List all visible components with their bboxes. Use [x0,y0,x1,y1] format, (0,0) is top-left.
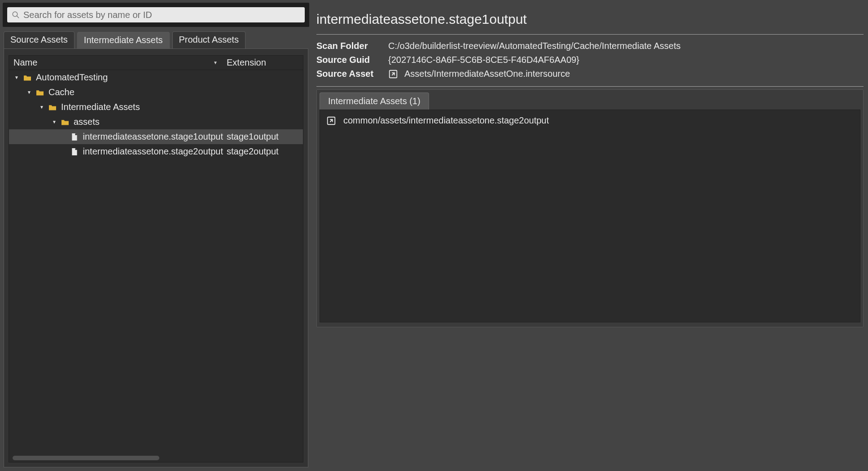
tree-row-label: AutomatedTesting [36,72,108,83]
source-asset-value[interactable]: Assets/IntermediateAssetOne.intersource [404,69,570,79]
left-tabs: Source Assets Intermediate Assets Produc… [3,31,309,48]
source-asset-label: Source Asset [316,69,388,79]
row-source-guid: Source Guid {2027146C-8A6F-5C6B-8CE5-F46… [316,55,864,65]
tree-file-row[interactable]: intermediateassetone.stage1outputstage1o… [9,129,303,144]
chevron-down-icon[interactable]: ▼ [25,90,33,95]
right-panel: intermediateassetone.stage1output Scan F… [312,0,868,471]
tree-row-extension: stage1output [223,132,303,142]
tree-pane: Name ▼ Extension ▼AutomatedTesting▼Cache… [4,48,308,467]
sort-indicator-icon: ▼ [213,60,218,65]
tree-row-label: Cache [48,87,75,97]
sub-tabs: Intermediate Assets (1) [320,92,860,110]
details-properties: Scan Folder C:/o3de/builderlist-treeview… [316,35,864,86]
tree-folder-row[interactable]: ▼Cache [9,85,303,100]
column-extension-header[interactable]: Extension [223,57,303,68]
search-icon [12,11,20,19]
svg-line-1 [17,16,19,18]
list-item[interactable]: common/assets/intermediateassetone.stage… [326,115,854,126]
search-bar[interactable] [7,7,305,22]
row-source-asset: Source Asset Assets/IntermediateAssetOne… [316,69,864,79]
row-scan-folder: Scan Folder C:/o3de/builderlist-treeview… [316,41,864,51]
column-extension-label: Extension [227,57,266,67]
tree-file-row[interactable]: intermediateassetone.stage2outputstage2o… [9,144,303,159]
tree-folder-row[interactable]: ▼assets [9,114,303,129]
tree-row-extension: stage2output [223,146,303,157]
tab-intermediate-assets-count[interactable]: Intermediate Assets (1) [320,92,429,110]
divider [316,34,864,35]
tab-intermediate-assets[interactable]: Intermediate Assets [77,32,170,49]
related-assets-panel: Intermediate Assets (1) common/assets/in… [316,89,864,327]
column-name-label: Name [13,57,37,68]
horizontal-scrollbar[interactable] [13,456,159,460]
file-icon [70,132,79,142]
tree-header[interactable]: Name ▼ Extension [9,56,303,70]
folder-icon [35,88,45,97]
asset-tree[interactable]: Name ▼ Extension ▼AutomatedTesting▼Cache… [9,55,303,462]
folder-icon [48,102,57,112]
search-bar-container [3,3,309,27]
folder-icon [22,73,32,83]
open-external-icon[interactable] [388,69,398,79]
related-assets-list[interactable]: common/assets/intermediateassetone.stage… [320,110,860,322]
open-external-icon[interactable] [326,116,336,126]
left-panel: Source Assets Intermediate Assets Produc… [0,0,312,471]
chevron-down-icon[interactable]: ▼ [38,105,46,110]
scan-folder-value: C:/o3de/builderlist-treeview/AutomatedTe… [388,41,680,51]
source-guid-value: {2027146C-8A6F-5C6B-8CE5-F46D4AF6AA09} [388,55,579,65]
file-icon [70,147,79,157]
details-title: intermediateassetone.stage1output [316,4,864,34]
tree-row-label: intermediateassetone.stage1output [83,132,223,142]
tree-row-label: assets [74,117,100,127]
tab-product-assets[interactable]: Product Assets [172,31,245,48]
source-guid-label: Source Guid [316,55,388,65]
folder-icon [60,117,70,127]
search-input[interactable] [23,10,300,20]
scan-folder-label: Scan Folder [316,41,388,51]
list-item-path: common/assets/intermediateassetone.stage… [343,115,549,126]
tree-row-label: intermediateassetone.stage2output [83,146,223,157]
tree-body[interactable]: ▼AutomatedTesting▼Cache▼Intermediate Ass… [9,70,303,462]
chevron-down-icon[interactable]: ▼ [13,75,21,80]
divider [316,86,864,87]
tab-source-assets[interactable]: Source Assets [4,31,75,48]
chevron-down-icon[interactable]: ▼ [50,119,58,124]
column-name-header[interactable]: Name ▼ [9,57,223,68]
tree-row-label: Intermediate Assets [61,102,140,112]
tree-folder-row[interactable]: ▼AutomatedTesting [9,70,303,85]
tree-folder-row[interactable]: ▼Intermediate Assets [9,100,303,114]
